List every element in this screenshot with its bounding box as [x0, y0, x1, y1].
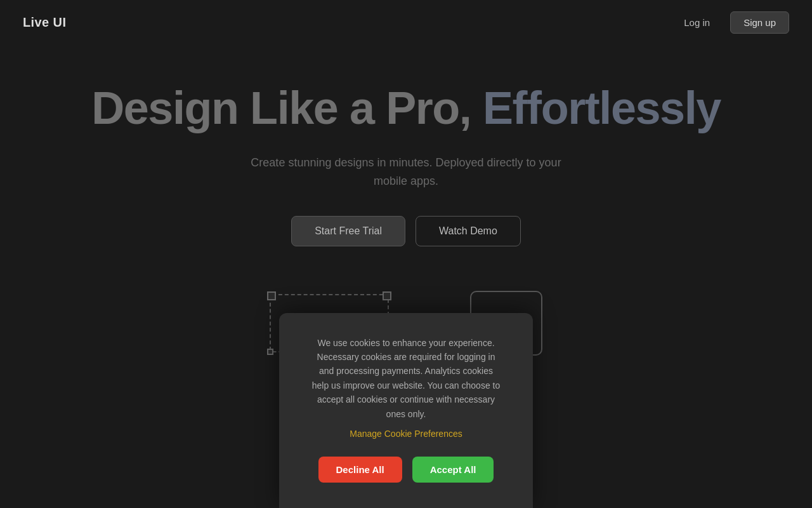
hero-title-accent: Effortlessly	[483, 83, 721, 133]
start-trial-button[interactable]: Start Free Trial	[291, 216, 405, 246]
cookie-buttons: Decline All Accept All	[310, 457, 502, 483]
signup-button[interactable]: Sign up	[730, 11, 789, 34]
accept-all-button[interactable]: Accept All	[412, 457, 494, 483]
hero-subtitle: Create stunning designs in minutes. Depl…	[247, 154, 565, 190]
manage-cookie-link[interactable]: Manage Cookie Preferences	[310, 429, 502, 439]
hero-title-main: Design Like a Pro,	[91, 83, 471, 133]
login-button[interactable]: Log in	[674, 12, 720, 33]
decline-all-button[interactable]: Decline All	[318, 457, 402, 483]
hero-title: Design Like a Pro, Effortlessly	[91, 83, 721, 133]
logo: Live UI	[23, 15, 66, 30]
cookie-message: We use cookies to enhance your experienc…	[310, 336, 502, 421]
navbar: Live UI Log in Sign up	[0, 0, 812, 45]
watch-demo-button[interactable]: Watch Demo	[416, 216, 521, 246]
cookie-overlay: We use cookies to enhance your experienc…	[0, 313, 812, 508]
hero-buttons: Start Free Trial Watch Demo	[291, 216, 521, 246]
nav-actions: Log in Sign up	[674, 11, 789, 34]
cookie-banner: We use cookies to enhance your experienc…	[279, 313, 533, 508]
hero-section: Design Like a Pro, Effortlessly Create s…	[0, 45, 812, 356]
